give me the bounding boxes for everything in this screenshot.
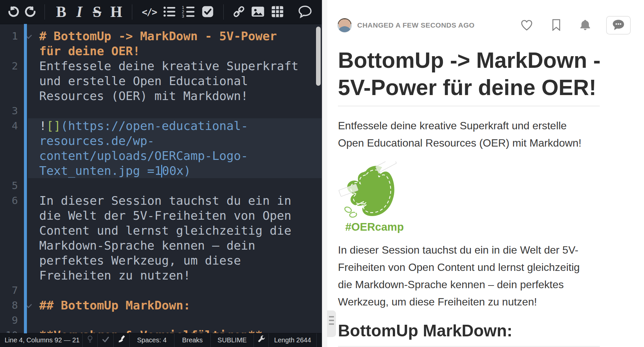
oercamp-flame-graphic <box>339 162 402 219</box>
toolbar-separator <box>132 4 132 20</box>
code-text: Resources (OER) mit Markdown! <box>39 88 248 103</box>
code-text: ![](https://open-educational- <box>39 118 248 133</box>
undo-icon <box>7 5 20 19</box>
status-bar-filler <box>316 333 322 347</box>
markdown-url: Text_unten.jpg =1 <box>39 164 161 177</box>
code-block-button[interactable]: </> <box>138 0 160 24</box>
editor-line[interactable]: 10 **Verwahren & Vervielfältigen** <box>0 328 322 333</box>
code-text: Text_unten.jpg =100x) <box>39 163 191 178</box>
code-editor[interactable]: 1 # BottomUp -> MarkDown - 5V-Power für … <box>0 24 322 333</box>
editor-toolbar: B I S H </> 123 <box>0 0 322 24</box>
editor-line[interactable]: 7 <box>0 283 322 298</box>
editor-line[interactable]: perfektes Werkzeug, um diese <box>0 253 322 268</box>
night-mode-indicator[interactable] <box>82 333 97 347</box>
undo-button[interactable] <box>5 0 22 24</box>
insert-table-button[interactable] <box>268 0 287 24</box>
gutter <box>18 253 39 268</box>
editor-line[interactable]: 9 <box>0 313 322 328</box>
paintbrush-icon <box>118 335 126 345</box>
code-text: Freiheiten zu nutzen! <box>39 268 190 283</box>
italic-button[interactable]: I <box>71 0 87 24</box>
comments-button[interactable] <box>606 16 631 35</box>
gutter <box>18 58 39 73</box>
editor-line[interactable]: für deine OER! <box>0 44 322 58</box>
pane-resize-grip[interactable] <box>327 310 336 337</box>
gutter <box>18 103 39 118</box>
line-number: 1 <box>0 29 18 44</box>
editor-line-active[interactable]: content/uploads/OERCamp-Logo- <box>0 148 322 163</box>
paragraph-line: Open Educational Resources (OER) mit Mar… <box>338 134 582 152</box>
gutter <box>18 298 39 313</box>
oercamp-logo-caption: #OERcamp <box>345 221 404 233</box>
ordered-list-button[interactable]: 123 <box>179 0 198 24</box>
lightbulb-icon <box>86 335 94 345</box>
like-button[interactable] <box>520 19 533 32</box>
editor-line[interactable]: Resources (OER) mit Markdown! <box>0 88 322 103</box>
editor-line[interactable]: 8 ## BottomUp MarkDown: <box>0 298 322 313</box>
editor-line[interactable]: 1 # BottomUp -> MarkDown - 5V-Power <box>0 29 322 44</box>
code-text: Entfessele deine kreative Superkraft <box>39 58 298 73</box>
check-icon <box>102 336 110 345</box>
editor-line-active[interactable]: resources.de/wp- <box>0 133 322 148</box>
unordered-list-button[interactable] <box>160 0 179 24</box>
linebreak-setting[interactable]: Breaks <box>174 333 210 347</box>
code-text: content/uploads/OERCamp-Logo- <box>39 148 248 163</box>
editor-line[interactable]: 6 In dieser Session tauchst du ein in <box>0 193 322 208</box>
app-window: B I S H </> 123 <box>0 0 644 347</box>
grip-bar <box>329 316 334 317</box>
document-title: BottomUp -> MarkDown - 5V-Power für dein… <box>338 47 600 101</box>
editor-line[interactable]: 3 <box>0 103 322 118</box>
comment-icon <box>298 5 312 19</box>
editor-line-active[interactable]: Text_unten.jpg =100x) <box>0 163 322 178</box>
insert-link-button[interactable] <box>230 0 248 24</box>
line-number <box>0 73 18 88</box>
editor-line-active[interactable]: 4 ![](https://open-educational- <box>0 118 322 133</box>
redo-button[interactable] <box>22 0 39 24</box>
bell-icon <box>580 19 591 32</box>
editor-scrollbar-thumb[interactable] <box>316 27 321 86</box>
session-paragraph: In dieser Session tauchst du ein in die … <box>338 241 580 310</box>
italic-icon: I <box>76 4 82 20</box>
wrench-icon <box>257 335 265 345</box>
avatar[interactable] <box>337 18 352 33</box>
keymap-setting[interactable]: SUBLIME <box>210 333 254 347</box>
indent-setting[interactable]: Spaces: 4 <box>129 333 174 347</box>
theme-button[interactable] <box>113 333 129 347</box>
editor-line[interactable]: die Welt der 5V-Freiheiten von Open <box>0 208 322 223</box>
header-button[interactable]: H <box>107 0 126 24</box>
line-number <box>0 44 18 58</box>
editor-line[interactable]: 5 <box>0 178 322 193</box>
oercamp-logo-image: #OERcamp <box>339 162 404 233</box>
block-group: </> 123 <box>138 0 217 24</box>
strikethrough-button[interactable]: S <box>87 0 107 24</box>
paragraph-line: In dieser Session tauchst du ein in die … <box>338 241 580 259</box>
gutter <box>18 223 39 238</box>
checklist-button[interactable] <box>198 0 217 24</box>
editor-line[interactable]: Markdown-Sprache kennen – dein <box>0 238 322 253</box>
code-text: In dieser Session tauchst du ein in <box>39 193 291 208</box>
editor-line[interactable]: 2 Entfessele deine kreative Superkraft <box>0 58 322 73</box>
status-bar: Line 4, Columns 92 — 21 Spaces: 4 Breaks… <box>0 333 322 347</box>
notifications-button[interactable] <box>580 19 591 32</box>
paragraph-line: Entfessele deine kreative Superkraft und… <box>338 117 582 134</box>
ordered-list-icon: 123 <box>182 5 195 19</box>
code-text: ## BottomUp MarkDown: <box>39 298 190 313</box>
section-heading: BottomUp MarkDown: <box>338 321 512 340</box>
pane-divider[interactable] <box>322 0 327 347</box>
editor-line[interactable]: und erstelle Open Educational <box>0 73 322 88</box>
header-icon: H <box>110 4 122 20</box>
gutter <box>18 283 39 298</box>
spellcheck-indicator[interactable] <box>97 333 113 347</box>
insert-image-button[interactable] <box>248 0 268 24</box>
grip-bar <box>329 320 334 321</box>
comment-button[interactable] <box>293 0 317 24</box>
document-header: CHANGED A FEW SECONDS AGO <box>337 15 631 36</box>
editor-line[interactable]: Freiheiten zu nutzen! <box>0 268 322 283</box>
code-text: **Verwahren & Vervielfältigen** <box>39 328 263 333</box>
bookmark-button[interactable] <box>552 19 561 32</box>
paragraph-line: die Markdown-Sprache kennen – dein perfe… <box>338 276 580 293</box>
paragraph-line: Freiheiten von Open Content und lernst g… <box>338 259 580 276</box>
preferences-button[interactable] <box>254 333 268 347</box>
bold-button[interactable]: B <box>51 0 71 24</box>
editor-line[interactable]: Content und lernst gleichzeitig die <box>0 223 322 238</box>
